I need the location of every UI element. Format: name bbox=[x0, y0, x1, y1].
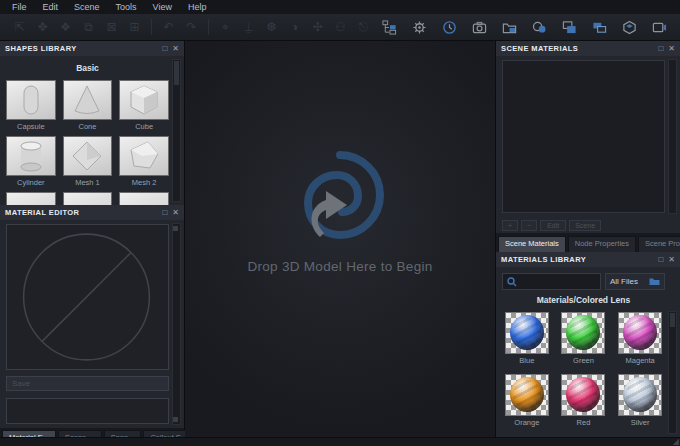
material-editor-scrollbar[interactable] bbox=[172, 223, 181, 425]
move-icon[interactable]: ✥ bbox=[31, 14, 54, 40]
shape-thumbnail[interactable] bbox=[63, 136, 113, 176]
rotate-icon[interactable]: ❖ bbox=[54, 14, 77, 40]
add-material-button[interactable]: + bbox=[502, 220, 518, 231]
viewport-drop-area[interactable]: Drop 3D Model Here to Begin bbox=[185, 41, 495, 437]
shape-thumbnail[interactable] bbox=[6, 136, 56, 176]
restore-panel-icon[interactable]: □ bbox=[162, 208, 167, 218]
shape-item-mesh-1[interactable]: Mesh 1 bbox=[63, 136, 113, 187]
shape-item-mesh-2[interactable]: Mesh 2 bbox=[119, 136, 169, 187]
tab-scene-materials[interactable]: Scene Materials bbox=[498, 236, 566, 252]
drop-to-ground-icon[interactable]: ⍊ bbox=[237, 14, 260, 40]
material-save-button[interactable]: Save bbox=[6, 376, 169, 391]
file-filter-value: All Files bbox=[610, 277, 638, 286]
restore-panel-icon[interactable]: □ bbox=[658, 255, 663, 265]
menu-help[interactable]: Help bbox=[180, 0, 215, 14]
material-thumbnail[interactable] bbox=[618, 312, 662, 354]
shape-item-cone[interactable]: Cone bbox=[63, 80, 113, 131]
animation-display-icon[interactable] bbox=[650, 18, 668, 36]
remove-material-button[interactable]: − bbox=[521, 220, 537, 231]
shape-item-cylinder[interactable]: Cylinder bbox=[6, 136, 56, 187]
material-thumbnail[interactable] bbox=[618, 374, 662, 416]
settings-gear-icon[interactable] bbox=[410, 18, 428, 36]
shape-thumbnail[interactable] bbox=[63, 80, 113, 120]
material-thumbnail[interactable] bbox=[561, 312, 605, 354]
material-item-green[interactable]: Green bbox=[559, 312, 609, 365]
shapes-library-scrollbar[interactable] bbox=[172, 59, 181, 202]
close-panel-icon[interactable]: ✕ bbox=[172, 44, 179, 54]
close-panel-icon[interactable]: ✕ bbox=[668, 255, 675, 265]
environment-icon[interactable]: ◑ bbox=[283, 14, 306, 40]
undo-icon[interactable]: ↶ bbox=[157, 14, 180, 40]
scene-materials-scrollbar[interactable] bbox=[668, 59, 677, 214]
main-toolbar: ⇱ ✥ ❖ ⧉ ⊠ ⊞ ↶ ↷ ⌖ ⍊ ❆ ◑ ✣ ⚇ ⎋ bbox=[0, 14, 680, 41]
close-panel-icon[interactable]: ✕ bbox=[668, 44, 675, 54]
scene-materials-titlebar: SCENE MATERIALS □ ✕ bbox=[496, 41, 680, 56]
material-thumbnail[interactable] bbox=[505, 374, 549, 416]
zoom-fit-icon[interactable]: ⌖ bbox=[214, 14, 237, 40]
shapes-library-title: SHAPES LIBRARY bbox=[5, 44, 77, 53]
shape-item-cube[interactable]: Cube bbox=[119, 80, 169, 131]
shape-thumbnail[interactable] bbox=[6, 80, 56, 120]
shape-item-partial[interactable] bbox=[119, 192, 169, 205]
add-shape-icon[interactable]: ⊞ bbox=[123, 14, 146, 40]
materials-library-scrollbar[interactable] bbox=[668, 311, 677, 434]
shape-item-partial[interactable] bbox=[6, 192, 56, 205]
shape-thumbnail[interactable] bbox=[119, 136, 169, 176]
material-icon[interactable]: ❆ bbox=[260, 14, 283, 40]
menu-file[interactable]: File bbox=[4, 0, 35, 14]
shape-thumbnail[interactable] bbox=[63, 192, 113, 205]
delete-icon[interactable]: ⊠ bbox=[100, 14, 123, 40]
close-panel-icon[interactable]: ✕ bbox=[172, 208, 179, 218]
material-thumbnail[interactable] bbox=[561, 374, 605, 416]
share-export-icon[interactable]: ⎋ bbox=[352, 14, 375, 40]
material-search-input[interactable] bbox=[520, 277, 596, 286]
shapes-category-header: Basic bbox=[6, 63, 169, 73]
material-item-red[interactable]: Red bbox=[559, 374, 609, 427]
material-item-magenta[interactable]: Magenta bbox=[615, 312, 665, 365]
material-item-blue[interactable]: Blue bbox=[502, 312, 552, 365]
toolbar-separator bbox=[208, 19, 209, 35]
views-icon[interactable] bbox=[590, 18, 608, 36]
menu-edit[interactable]: Edit bbox=[35, 0, 67, 14]
select-icon[interactable]: ⇱ bbox=[8, 14, 31, 40]
shapes-library-panel: SHAPES LIBRARY □ ✕ Basic Capsule bbox=[0, 41, 184, 205]
avatar-icon[interactable]: ⚇ bbox=[329, 14, 352, 40]
material-thumbnail[interactable] bbox=[505, 312, 549, 354]
snapshot-camera-icon[interactable] bbox=[470, 18, 488, 36]
scene-materials-list[interactable] bbox=[502, 60, 665, 213]
tab-scene-properties[interactable]: Scene Properties bbox=[638, 236, 680, 252]
scene-tree-icon[interactable] bbox=[380, 18, 398, 36]
material-preview-empty[interactable] bbox=[6, 224, 169, 370]
shape-item-capsule[interactable]: Capsule bbox=[6, 80, 56, 131]
layers-icon[interactable] bbox=[560, 18, 578, 36]
resize-grip[interactable]: ◢ bbox=[673, 437, 679, 446]
redo-icon[interactable]: ↷ bbox=[180, 14, 203, 40]
scene-button[interactable]: Scene bbox=[569, 220, 601, 231]
tab-node-properties[interactable]: Node Properties bbox=[568, 236, 636, 252]
restore-panel-icon[interactable]: □ bbox=[658, 44, 663, 54]
render-icon[interactable] bbox=[530, 18, 548, 36]
shape-thumbnail[interactable] bbox=[119, 192, 169, 205]
material-item-orange[interactable]: Orange bbox=[502, 374, 552, 427]
drop-hint-text: Drop 3D Model Here to Begin bbox=[247, 259, 432, 274]
shape-item-partial[interactable] bbox=[63, 192, 113, 205]
right-panel-column: SCENE MATERIALS □ ✕ + − Edit Scene bbox=[495, 41, 680, 437]
restore-panel-icon[interactable]: □ bbox=[162, 44, 167, 54]
menu-view[interactable]: View bbox=[145, 0, 180, 14]
left-panel-column: SHAPES LIBRARY □ ✕ Basic Capsule bbox=[0, 41, 185, 437]
edit-material-button[interactable]: Edit bbox=[540, 220, 566, 231]
material-label: Silver bbox=[615, 418, 665, 427]
folder-icon bbox=[649, 277, 660, 286]
material-search-box[interactable] bbox=[502, 273, 601, 290]
shape-thumbnail[interactable] bbox=[119, 80, 169, 120]
duplicate-icon[interactable]: ⧉ bbox=[77, 14, 100, 40]
menu-tools[interactable]: Tools bbox=[108, 0, 145, 14]
history-clock-icon[interactable] bbox=[440, 18, 458, 36]
menu-scene[interactable]: Scene bbox=[66, 0, 108, 14]
geometry-cube-icon[interactable] bbox=[620, 18, 638, 36]
effects-icon[interactable]: ✣ bbox=[306, 14, 329, 40]
file-filter-dropdown[interactable]: All Files bbox=[605, 273, 665, 290]
library-folder-icon[interactable] bbox=[500, 18, 518, 36]
material-item-silver[interactable]: Silver bbox=[615, 374, 665, 427]
shape-thumbnail[interactable] bbox=[6, 192, 56, 205]
